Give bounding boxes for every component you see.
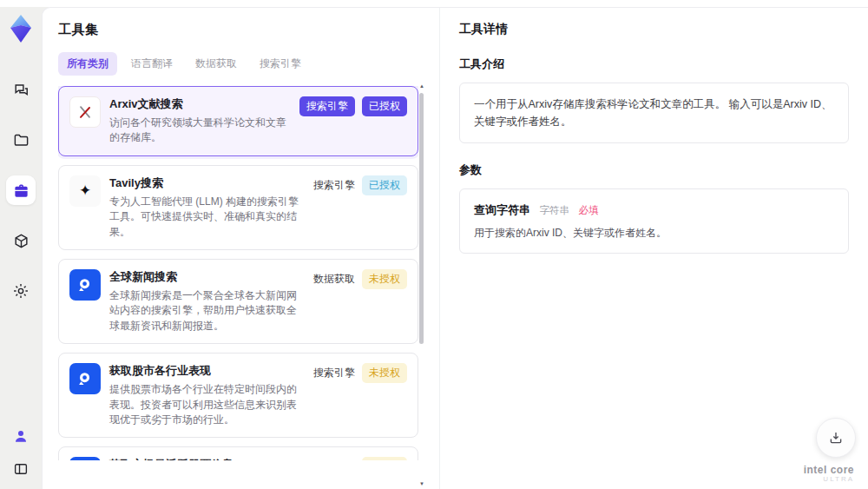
category-badge: 搜索引擎: [299, 96, 355, 116]
tool-card[interactable]: 全球新闻搜索 全球新闻搜索是一个聚合全球各大新闻网站内容的搜索引擎，帮助用户快速…: [58, 259, 418, 344]
tab-category[interactable]: 语言翻译: [122, 52, 181, 76]
tool-card[interactable]: 获取市场最活跃股票信息 提供当天交易量最高的股票列表，投资者可以利用这些信息来识…: [58, 446, 418, 460]
tool-card-desc: 提供股票市场各个行业在特定时间段内的表现。投资者可以利用这些信息来识别表现优于或…: [109, 382, 305, 427]
sidebar-item-profile[interactable]: [6, 425, 36, 447]
param-box: 查询字符串 字符串 必填 用于搜索的Arxiv ID、关键字或作者姓名。: [459, 188, 849, 254]
package-icon: [13, 233, 30, 249]
params-heading: 参数: [459, 162, 849, 178]
category-badge: 搜索引擎: [313, 457, 355, 460]
tavily-icon: ✦: [79, 183, 91, 198]
auth-status-badge: 已授权: [362, 175, 407, 195]
auth-status-badge: 未授权: [362, 363, 407, 383]
download-button[interactable]: [816, 418, 856, 458]
gear-icon: [12, 282, 30, 300]
scroll-up-icon[interactable]: ▲: [418, 83, 425, 89]
sidebar-item-files[interactable]: [6, 125, 36, 155]
tool-card-title: Arxiv文献搜索: [109, 96, 291, 112]
tool-card-title: Tavily搜索: [109, 175, 305, 191]
briefcase-icon: [13, 182, 30, 199]
sidebar-item-collapse[interactable]: [6, 458, 36, 480]
category-badge: 搜索引擎: [313, 175, 355, 193]
folder-icon: [13, 132, 30, 149]
param-desc: 用于搜索的Arxiv ID、关键字或作者姓名。: [474, 226, 834, 241]
tool-card[interactable]: ✦ Tavily搜索 专为人工智能代理 (LLM) 构建的搜索引擎工具。可快速提…: [58, 165, 418, 250]
tool-card-list: Arxiv文献搜索 访问各个研究领域大量科学论文和文章的存储库。 搜索引擎已授权…: [58, 86, 418, 460]
sidebar-item-tools[interactable]: [6, 175, 36, 205]
news-search-icon: [76, 275, 95, 294]
tool-card[interactable]: Arxiv文献搜索 访问各个研究领域大量科学论文和文章的存储库。 搜索引擎已授权: [58, 86, 418, 156]
sidebar-item-models[interactable]: [6, 226, 36, 255]
tool-card-desc: 专为人工智能代理 (LLM) 构建的搜索引擎工具。可快速提供实时、准确和真实的结…: [109, 195, 305, 240]
tool-card[interactable]: 获取股市各行业表现 提供股票市场各个行业在特定时间段内的表现。投资者可以利用这些…: [58, 353, 418, 438]
intro-box: 一个用于从Arxiv存储库搜索科学论文和文章的工具。 输入可以是Arxiv ID…: [459, 83, 849, 143]
app-logo: [8, 14, 34, 43]
scroll-down-icon[interactable]: ▼: [418, 480, 425, 487]
news-search-icon: [76, 369, 95, 388]
tool-card-title: 全球新闻搜索: [109, 269, 305, 285]
sidebar-item-settings[interactable]: [6, 276, 36, 306]
tool-card-title: 获取股市各行业表现: [109, 363, 305, 379]
intro-heading: 工具介绍: [459, 56, 849, 72]
auth-status-badge: 已授权: [362, 96, 407, 116]
param-name: 查询字符串: [474, 203, 530, 216]
auth-status-badge: 未授权: [362, 457, 407, 460]
tab-category[interactable]: 数据获取: [187, 52, 246, 76]
arxiv-icon: [76, 103, 94, 121]
category-tabs: 所有类别语言翻译数据获取搜索引擎: [58, 52, 439, 76]
main-content: 工具集 所有类别语言翻译数据获取搜索引擎 Arxiv文献搜索 访问各个研究领域大…: [42, 7, 868, 489]
panel-icon: [13, 461, 29, 477]
tool-detail-panel: 工具详情 工具介绍 一个用于从Arxiv存储库搜索科学论文和文章的工具。 输入可…: [439, 8, 868, 489]
intro-text: 一个用于从Arxiv存储库搜索科学论文和文章的工具。 输入可以是Arxiv ID…: [474, 96, 834, 130]
tool-list-panel: 工具集 所有类别语言翻译数据获取搜索引擎 Arxiv文献搜索 访问各个研究领域大…: [43, 8, 439, 489]
sidebar-item-chat[interactable]: [6, 75, 36, 104]
tab-active[interactable]: 所有类别: [58, 52, 117, 76]
category-badge: 搜索引擎: [313, 363, 355, 380]
user-icon: [13, 428, 29, 444]
page-title: 工具集: [58, 22, 439, 38]
tool-card-desc: 访问各个研究领域大量科学论文和文章的存储库。: [109, 116, 291, 146]
param-type: 字符串: [539, 205, 569, 215]
app-window: 工具集 所有类别语言翻译数据获取搜索引擎 Arxiv文献搜索 访问各个研究领域大…: [0, 0, 868, 489]
tab-category[interactable]: 搜索引擎: [251, 52, 310, 76]
param-required-badge: 必填: [578, 205, 598, 215]
category-badge: 数据获取: [313, 269, 355, 287]
list-scrollbar[interactable]: ▲ ▼: [418, 83, 425, 487]
detail-title: 工具详情: [459, 22, 849, 37]
param-header: 查询字符串 字符串 必填: [474, 202, 834, 218]
intel-core-logo: intel core ultra: [804, 465, 854, 484]
tool-card-title: 获取市场最活跃股票信息: [109, 457, 305, 460]
chat-icon: [13, 82, 30, 98]
scrollbar-thumb[interactable]: [419, 93, 424, 344]
download-icon: [828, 430, 844, 446]
auth-status-badge: 未授权: [362, 269, 407, 289]
tool-card-desc: 全球新闻搜索是一个聚合全球各大新闻网站内容的搜索引擎，帮助用户快速获取全球最新资…: [109, 288, 305, 334]
